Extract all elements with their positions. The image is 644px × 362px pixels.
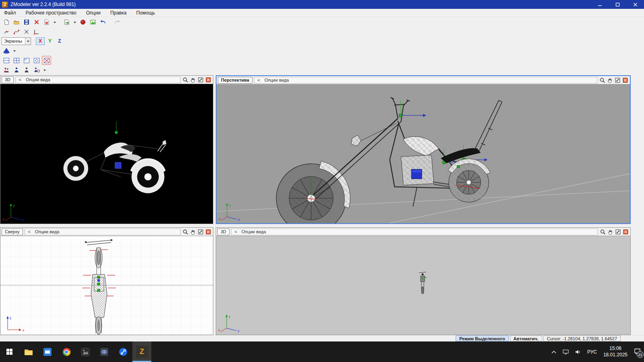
axis-space-dropdown[interactable]: Экранны	[2, 37, 31, 45]
action-center-icon[interactable]: 21	[631, 341, 644, 362]
scene-nodes-button-3[interactable]	[22, 66, 31, 74]
scene-nodes-button-2[interactable]	[12, 66, 21, 74]
viewport-back-button[interactable]: <	[17, 77, 23, 82]
viewport-back-button[interactable]: <	[256, 78, 262, 82]
viewport-mode-button[interactable]: Сверху	[2, 228, 23, 235]
delete-button[interactable]	[32, 18, 41, 27]
close-button[interactable]	[626, 0, 644, 9]
zoom-icon[interactable]	[182, 76, 189, 83]
axis-z-button[interactable]: Z	[55, 37, 64, 45]
scene-nodes-button-4[interactable]	[32, 66, 41, 74]
taskbar-app-icon-3[interactable]	[38, 341, 57, 362]
view-config-button-4[interactable]	[32, 56, 41, 65]
taskbar-app-icon-6[interactable]	[95, 341, 114, 362]
language-indicator[interactable]: РУС	[584, 341, 600, 362]
import-options-dropdown[interactable]	[72, 18, 77, 27]
maximize-viewport-icon[interactable]	[197, 228, 204, 235]
maximize-button[interactable]	[609, 0, 626, 9]
maximize-viewport-icon[interactable]	[614, 77, 621, 84]
viewport-back-button[interactable]: <	[233, 229, 239, 234]
viewport-canvas-perspective[interactable]: y x z	[217, 84, 630, 223]
curve-tool-button[interactable]	[12, 27, 21, 36]
viewport-canvas-3d-shaded[interactable]: y x z	[0, 84, 213, 224]
viewport-header: Сверху < Опции вида	[0, 228, 213, 236]
minimize-button[interactable]	[591, 0, 609, 9]
view-config-button-1[interactable]	[2, 56, 11, 65]
viewport-canvas-3d-secondary[interactable]: y x z	[216, 236, 630, 335]
axis-y-button[interactable]: Y	[45, 37, 54, 45]
pan-hand-icon[interactable]	[607, 77, 613, 84]
view-config-button-3[interactable]	[22, 56, 31, 65]
viewport-mode-button[interactable]: 3D	[2, 76, 14, 83]
menu-options[interactable]: Опции	[85, 10, 101, 16]
create-cone-button[interactable]	[2, 46, 11, 55]
tray-expand-icon[interactable]	[548, 341, 559, 362]
wireframe-motorcycle	[217, 84, 630, 223]
zoom-icon[interactable]	[182, 228, 189, 235]
material-sphere-button[interactable]	[78, 18, 87, 27]
save-button[interactable]	[22, 18, 31, 27]
menu-help[interactable]: Помощь	[135, 10, 155, 16]
weld-tool-button[interactable]	[2, 27, 11, 36]
clock-time: 15:06	[609, 346, 621, 352]
zoom-icon[interactable]	[599, 228, 606, 235]
taskbar-apps: Z	[0, 341, 151, 362]
mirror-tool-button[interactable]	[22, 27, 31, 36]
redo-button[interactable]	[112, 18, 122, 27]
open-file-button[interactable]	[12, 18, 21, 27]
delete-special-button[interactable]	[42, 18, 51, 27]
viewport-options-bar[interactable]: < Опции вида	[254, 77, 597, 84]
zmodeler-taskbar-icon[interactable]: Z	[132, 341, 151, 362]
maximize-viewport-icon[interactable]	[615, 228, 621, 235]
viewport-mode-button[interactable]: Перспектива	[218, 77, 252, 84]
menu-file[interactable]: Файл	[3, 10, 17, 16]
viewport-flag-icon[interactable]	[205, 228, 212, 235]
delete-options-dropdown[interactable]	[52, 18, 57, 27]
viewport-tools	[599, 77, 629, 84]
start-button[interactable]	[0, 341, 19, 362]
viewport-flag-icon[interactable]	[622, 77, 629, 84]
chevron-down-icon[interactable]	[25, 38, 31, 45]
network-icon[interactable]	[559, 341, 572, 362]
zmodeler-logo-icon: Z	[2, 2, 8, 8]
scene-nodes-button-1[interactable]	[2, 66, 11, 74]
svg-text:z: z	[22, 218, 24, 222]
chrome-icon[interactable]	[57, 341, 76, 362]
pan-hand-icon[interactable]	[190, 228, 196, 235]
selection-mode-indicator[interactable]: Режим Выделенного	[456, 335, 508, 341]
viewport-top-view: Сверху < Опции вида	[0, 227, 213, 335]
view-config-button-5[interactable]	[42, 56, 51, 65]
menu-edit[interactable]: Правка	[109, 10, 128, 16]
viewport-mode-button[interactable]: 3D	[217, 228, 229, 235]
pan-hand-icon[interactable]	[607, 228, 614, 235]
view-config-button-2[interactable]	[12, 56, 21, 65]
steam-icon[interactable]	[114, 341, 132, 362]
volume-icon[interactable]	[572, 341, 584, 362]
viewport-options-bar[interactable]: < Опции вида	[231, 228, 598, 235]
pan-hand-icon[interactable]	[190, 76, 196, 83]
import-button[interactable]	[62, 18, 71, 27]
viewport-flag-icon[interactable]	[205, 76, 212, 83]
taskbar-clock[interactable]: 15:06 18.01.2025	[600, 341, 631, 362]
auto-mode-indicator[interactable]: Автоматич.	[510, 335, 542, 341]
scene-nodes-dropdown[interactable]	[42, 66, 47, 74]
maximize-viewport-icon[interactable]	[197, 76, 204, 83]
viewport-flag-icon[interactable]	[622, 228, 629, 235]
axes-tool-button[interactable]	[32, 27, 41, 36]
viewport-options-bar[interactable]: < Опции вида	[25, 228, 180, 235]
zoom-icon[interactable]	[599, 77, 606, 84]
primitive-dropdown[interactable]	[12, 46, 17, 55]
toolbar-scene	[2, 66, 47, 74]
axis-gizmo: y x z	[2, 200, 30, 223]
axis-x-button[interactable]: X	[36, 37, 45, 45]
undo-button[interactable]	[98, 18, 107, 27]
menu-workspace[interactable]: Рабочее пространство	[25, 10, 77, 16]
file-explorer-icon[interactable]	[19, 341, 38, 362]
photos-app-icon[interactable]	[76, 341, 95, 362]
new-file-button[interactable]	[2, 18, 11, 27]
viewport-canvas-top-view[interactable]: z x	[0, 236, 213, 335]
viewport-back-button[interactable]: <	[27, 229, 32, 234]
viewport-options-bar[interactable]: < Опции вида	[15, 76, 180, 83]
texture-image-button[interactable]	[88, 18, 97, 27]
menubar: Файл Рабочее пространство Опции Правка П…	[0, 9, 644, 17]
